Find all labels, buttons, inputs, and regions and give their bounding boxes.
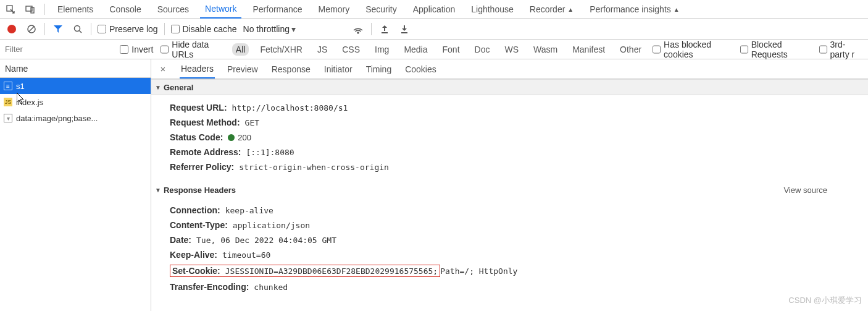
triangle-down-icon: ▼ xyxy=(155,187,161,194)
network-toolbar: Preserve log Disable cache No throttling… xyxy=(0,19,868,40)
blocked-requests-checkbox[interactable]: Blocked Requests xyxy=(740,40,812,59)
value: keep-alive xyxy=(225,206,273,215)
filter-input[interactable] xyxy=(4,43,112,56)
label: Content-Type: xyxy=(170,220,228,230)
disable-cache-checkbox[interactable]: Disable cache xyxy=(171,24,237,34)
value: application/json xyxy=(233,221,310,230)
clear-icon[interactable] xyxy=(25,22,38,36)
throttling-select[interactable]: No throttling ▾ xyxy=(243,24,345,34)
request-row[interactable]: JS index.js xyxy=(0,94,151,110)
upload-har-icon[interactable] xyxy=(378,22,391,36)
svg-line-4 xyxy=(29,27,34,32)
network-conditions-icon[interactable] xyxy=(351,22,365,36)
status-dot-icon xyxy=(228,134,235,141)
value: http://localhost:8080/s1 xyxy=(232,103,348,113)
throttling-value: No throttling xyxy=(243,24,290,34)
svg-point-5 xyxy=(75,25,80,31)
tab-security[interactable]: Security xyxy=(361,1,402,18)
label: Date: xyxy=(170,235,191,245)
tab-initiator[interactable]: Initiator xyxy=(323,61,354,78)
tab-elements[interactable]: Elements xyxy=(52,1,98,18)
hide-data-urls-checkbox[interactable]: Hide data URLs xyxy=(161,40,225,59)
filter-bar: Invert Hide data URLs All Fetch/XHR JS C… xyxy=(0,40,868,59)
filter-toggle-icon[interactable] xyxy=(51,22,65,36)
filter-fetch[interactable]: Fetch/XHR xyxy=(256,43,306,56)
triangle-down-icon: ▼ xyxy=(155,84,161,91)
tab-performance[interactable]: Performance xyxy=(248,1,307,18)
inspect-element-icon[interactable] xyxy=(4,2,17,16)
request-row[interactable]: ≡ s1 xyxy=(0,78,151,94)
general-list: Request URL:http://localhost:8080/s1 Req… xyxy=(151,95,868,182)
tab-lighthouse[interactable]: Lighthouse xyxy=(466,1,519,18)
filter-doc[interactable]: Doc xyxy=(471,43,494,56)
has-blocked-cookies-checkbox[interactable]: Has blocked cookies xyxy=(653,40,733,59)
tab-response[interactable]: Response xyxy=(270,61,312,78)
preserve-log-checkbox[interactable]: Preserve log xyxy=(98,24,158,34)
separator xyxy=(164,23,165,35)
tab-application[interactable]: Application xyxy=(408,1,461,18)
request-name: s1 xyxy=(16,82,25,91)
filter-font[interactable]: Font xyxy=(439,43,464,56)
value: [::1]:8080 xyxy=(246,148,294,157)
third-party-checkbox[interactable]: 3rd-party r xyxy=(819,40,864,59)
tab-cookies[interactable]: Cookies xyxy=(404,61,438,78)
filter-js[interactable]: JS xyxy=(314,43,331,56)
request-name: index.js xyxy=(16,98,43,107)
label: Request Method: xyxy=(170,117,240,127)
filter-other[interactable]: Other xyxy=(616,43,645,56)
download-har-icon[interactable] xyxy=(398,22,411,36)
label: Transfer-Encoding: xyxy=(170,282,249,292)
label: Set-Cookie: xyxy=(172,266,220,276)
request-row[interactable]: ▾ data:image/png;base... xyxy=(0,110,151,126)
watermark: CSDN @小琪爱学习 xyxy=(788,295,862,306)
label: Connection: xyxy=(170,205,220,215)
filter-media[interactable]: Media xyxy=(400,43,431,56)
section-general[interactable]: ▼ General xyxy=(151,79,868,95)
tab-sources[interactable]: Sources xyxy=(152,1,194,18)
tab-timing[interactable]: Timing xyxy=(365,61,393,78)
close-detail-icon[interactable]: × xyxy=(157,64,169,74)
label: Status Code: xyxy=(170,132,223,142)
separator xyxy=(44,4,45,15)
column-header-name[interactable]: Name xyxy=(0,59,151,78)
view-source-link[interactable]: View source xyxy=(783,185,827,195)
filter-all[interactable]: All xyxy=(232,43,249,56)
filter-ws[interactable]: WS xyxy=(501,43,522,56)
tab-preview[interactable]: Preview xyxy=(226,61,259,78)
filter-css[interactable]: CSS xyxy=(338,43,364,56)
filter-manifest[interactable]: Manifest xyxy=(569,43,609,56)
filter-wasm[interactable]: Wasm xyxy=(530,43,561,56)
invert-checkbox[interactable]: Invert xyxy=(120,45,153,54)
device-toolbar-icon[interactable] xyxy=(23,2,37,16)
svg-point-7 xyxy=(357,32,359,33)
request-list-pane: Name ≡ s1 JS index.js ▾ data:image/png;b… xyxy=(0,59,151,311)
search-icon[interactable] xyxy=(71,22,85,36)
preserve-log-input[interactable] xyxy=(98,25,106,33)
disable-cache-label: Disable cache xyxy=(183,24,237,34)
disable-cache-input[interactable] xyxy=(171,25,180,33)
request-detail-pane: × Headers Preview Response Initiator Tim… xyxy=(151,59,868,311)
value: Tue, 06 Dec 2022 04:04:05 GMT xyxy=(196,236,336,245)
value: 200 xyxy=(228,133,251,142)
detail-tabs: × Headers Preview Response Initiator Tim… xyxy=(151,59,868,79)
section-response-headers[interactable]: ▼ Response Headers View source xyxy=(151,182,868,198)
tab-network[interactable]: Network xyxy=(200,0,241,19)
label: Keep-Alive: xyxy=(170,250,217,260)
label: Referrer Policy: xyxy=(170,162,234,172)
request-name: data:image/png;base... xyxy=(16,114,98,123)
filter-img[interactable]: Img xyxy=(371,43,393,56)
separator xyxy=(371,23,372,35)
record-button[interactable] xyxy=(5,22,19,36)
label: Request URL: xyxy=(170,103,227,113)
image-icon: ▾ xyxy=(4,114,12,122)
preserve-log-label: Preserve log xyxy=(109,24,158,34)
tab-recorder[interactable]: Recorder xyxy=(525,1,579,18)
js-file-icon: JS xyxy=(4,98,12,106)
tab-memory[interactable]: Memory xyxy=(314,1,355,18)
tab-console[interactable]: Console xyxy=(104,1,146,18)
tab-performance-insights[interactable]: Performance insights xyxy=(585,1,684,18)
network-body: Name ≡ s1 JS index.js ▾ data:image/png;b… xyxy=(0,59,868,311)
svg-line-6 xyxy=(80,30,82,33)
tab-headers[interactable]: Headers xyxy=(180,60,215,79)
chevron-down-icon: ▾ xyxy=(291,24,296,34)
